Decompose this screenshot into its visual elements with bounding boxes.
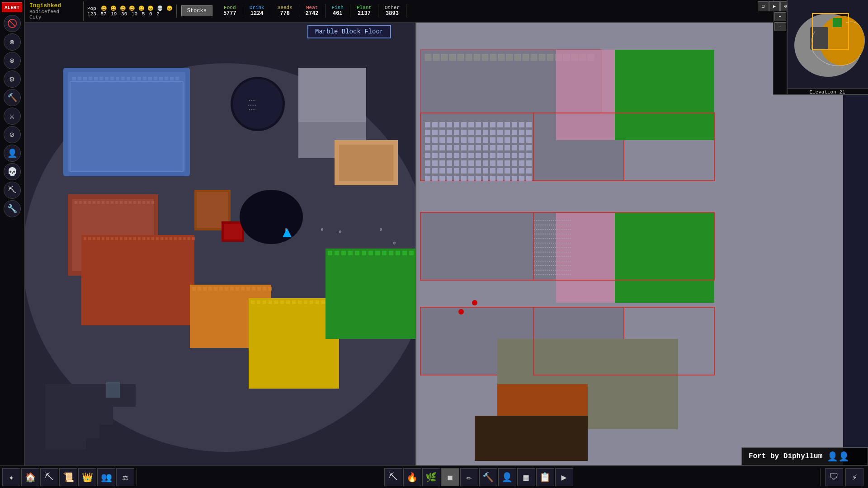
svg-rect-186 (468, 130, 474, 135)
game-map[interactable]: ▪▪▪ ▪▪▪▪ ▪▪▪ (0, 23, 843, 465)
eraser-tool-btn[interactable]: ✏ (460, 468, 478, 486)
svg-rect-249 (490, 160, 495, 166)
svg-rect-55 (133, 201, 136, 204)
meat-label: Meat (306, 5, 318, 10)
svg-rect-17 (110, 77, 114, 80)
svg-rect-146 (466, 54, 472, 61)
no-entry-icon-1[interactable]: 🚫 (4, 15, 21, 32)
svg-rect-226 (432, 153, 438, 158)
svg-rect-208 (519, 137, 524, 143)
no-entry-icon-2[interactable]: ⊗ (4, 33, 21, 51)
svg-rect-71 (129, 237, 132, 240)
svg-rect-182 (439, 130, 445, 135)
zoom-in-btn[interactable]: + (774, 12, 786, 21)
crossed-sword-icon[interactable]: ⚔ (4, 108, 21, 125)
minimap-icon2-btn[interactable]: ▶ (769, 1, 780, 11)
svg-rect-205 (497, 137, 503, 143)
hammer-icon[interactable]: 🔨 (4, 89, 21, 106)
svg-rect-13 (89, 77, 92, 80)
other-resource: Other 3893 (378, 4, 406, 18)
svg-rect-287 (556, 50, 615, 140)
people-tool-icon[interactable]: 👥 (97, 468, 115, 486)
svg-rect-213 (447, 145, 452, 150)
svg-rect-274 (454, 176, 459, 181)
svg-rect-285 (615, 50, 714, 140)
svg-rect-268 (519, 168, 524, 174)
svg-rect-176 (505, 122, 510, 127)
scale-tool-icon[interactable]: ⚖ (116, 468, 134, 486)
svg-rect-94 (198, 287, 201, 291)
alert-button[interactable]: ALERT (2, 2, 22, 12)
svg-rect-66 (106, 237, 109, 240)
minimap[interactable]: Elevation 21 (787, 0, 868, 95)
seeds-resource: Seeds 778 (271, 4, 299, 18)
svg-rect-245 (461, 160, 467, 166)
svg-rect-117 (298, 300, 302, 304)
block-tool-btn[interactable]: ◼ (441, 468, 459, 486)
svg-rect-227 (439, 153, 445, 158)
dig-tool-icon[interactable]: ⛏ (40, 468, 58, 486)
hammer-tool-btn[interactable]: 🔨 (479, 468, 497, 486)
svg-rect-275 (461, 176, 467, 181)
svg-rect-284 (526, 176, 532, 181)
person-tool-btn[interactable]: 👤 (498, 468, 516, 486)
building-tool-icon[interactable]: 🏠 (21, 468, 39, 486)
svg-rect-191 (505, 130, 510, 135)
svg-rect-206 (505, 137, 510, 143)
svg-rect-224 (526, 145, 532, 150)
svg-rect-97 (214, 287, 217, 291)
svg-rect-145 (458, 54, 464, 61)
svg-rect-246 (468, 160, 474, 166)
svg-rect-280 (497, 176, 503, 181)
noble-tool-icon[interactable]: 👑 (78, 468, 96, 486)
svg-rect-315 (45, 438, 86, 450)
svg-rect-199 (454, 137, 459, 143)
svg-rect-171 (468, 122, 474, 127)
grid-tool-btn[interactable]: ▦ (517, 468, 535, 486)
svg-rect-56 (138, 201, 141, 204)
svg-rect-190 (497, 130, 503, 135)
svg-rect-129 (355, 251, 359, 255)
zoom-out-btn[interactable]: - (774, 22, 786, 31)
svg-rect-127 (341, 251, 346, 255)
svg-rect-187 (476, 130, 481, 135)
move-tool-icon[interactable]: ✦ (2, 468, 20, 486)
svg-rect-264 (490, 168, 495, 174)
svg-rect-80 (170, 237, 172, 240)
crossed-icon[interactable]: ⊗ (4, 52, 21, 69)
scroll-tool-icon[interactable]: 📜 (59, 468, 77, 486)
fire-tool-btn[interactable]: 🔥 (403, 468, 421, 486)
table-tool-btn[interactable]: 📋 (536, 468, 554, 486)
svg-rect-283 (519, 176, 524, 181)
svg-rect-279 (490, 176, 495, 181)
plant-tool-btn[interactable]: 🌿 (422, 468, 440, 486)
svg-rect-118 (304, 300, 307, 304)
svg-rect-241 (432, 160, 438, 166)
diagonal-icon[interactable]: ⊘ (4, 126, 21, 143)
action-right-icon[interactable]: ⚡ (845, 468, 863, 486)
pickaxe-tool-btn[interactable]: ⛏ (384, 468, 402, 486)
settings-icon[interactable]: ⚙ (4, 70, 21, 88)
svg-rect-316 (106, 382, 120, 398)
pickaxe-icon[interactable]: ⛏ (4, 182, 21, 199)
wrench-icon[interactable]: 🔧 (4, 200, 21, 217)
svg-rect-281 (505, 176, 510, 181)
svg-rect-75 (147, 237, 150, 240)
svg-rect-98 (219, 287, 223, 291)
top-hud: Ingishked Bodicefeed City Pop 😀 😀 😀 😀 😐 … (25, 0, 868, 23)
svg-text:▪▪▪▪▪▪▪▪▪▪▪▪▪▪▪▪▪▪▪▪: ▪▪▪▪▪▪▪▪▪▪▪▪▪▪▪▪▪▪▪▪ (533, 250, 571, 254)
svg-rect-247 (476, 160, 481, 166)
svg-rect-46 (93, 201, 95, 204)
person-icon[interactable]: 👤 (4, 145, 21, 162)
minimap-icon1-btn[interactable]: ⊞ (758, 1, 769, 11)
stocks-button[interactable]: Stocks (181, 5, 212, 16)
skull-icon[interactable]: 💀 (4, 163, 21, 180)
svg-rect-262 (476, 168, 481, 174)
svg-rect-25 (154, 77, 157, 80)
tooltip-popup: Marble Block Floor (307, 25, 391, 38)
more-tools-btn[interactable]: ▶ (555, 468, 573, 486)
svg-rect-52 (120, 201, 123, 204)
shield-right-icon[interactable]: 🛡 (825, 468, 843, 486)
svg-rect-154 (531, 54, 537, 61)
svg-rect-314 (45, 425, 99, 438)
